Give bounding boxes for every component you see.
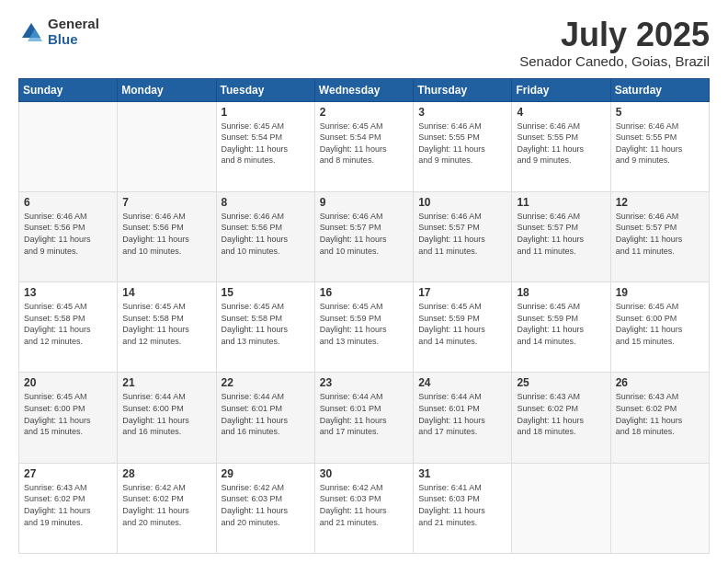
table-row: 25Sunrise: 6:43 AM Sunset: 6:02 PM Dayli… [512,373,610,463]
day-info: Sunrise: 6:46 AM Sunset: 5:55 PM Dayligh… [418,121,506,167]
main-title: July 2025 [519,17,710,53]
table-row: 8Sunrise: 6:46 AM Sunset: 5:56 PM Daylig… [216,191,314,282]
day-info: Sunrise: 6:45 AM Sunset: 5:54 PM Dayligh… [320,121,408,167]
header: General Blue July 2025 Senador Canedo, G… [18,17,710,69]
day-number: 2 [320,106,408,119]
header-wednesday: Wednesday [314,78,413,101]
day-info: Sunrise: 6:45 AM Sunset: 5:58 PM Dayligh… [24,301,112,347]
calendar-table: Sunday Monday Tuesday Wednesday Thursday… [18,78,710,554]
table-row: 27Sunrise: 6:43 AM Sunset: 6:02 PM Dayli… [19,463,118,553]
day-info: Sunrise: 6:44 AM Sunset: 6:01 PM Dayligh… [418,391,506,437]
table-row: 7Sunrise: 6:46 AM Sunset: 5:56 PM Daylig… [118,191,216,282]
table-row: 24Sunrise: 6:44 AM Sunset: 6:01 PM Dayli… [414,373,512,463]
day-number: 19 [616,286,704,299]
day-number: 29 [222,467,310,480]
table-row: 16Sunrise: 6:45 AM Sunset: 5:59 PM Dayli… [314,282,413,373]
day-number: 9 [320,196,408,209]
table-row: 28Sunrise: 6:42 AM Sunset: 6:02 PM Dayli… [118,463,216,553]
table-row: 21Sunrise: 6:44 AM Sunset: 6:00 PM Dayli… [118,373,216,463]
week-row-4: 27Sunrise: 6:43 AM Sunset: 6:02 PM Dayli… [19,463,710,553]
day-info: Sunrise: 6:46 AM Sunset: 5:55 PM Dayligh… [616,121,704,167]
day-number: 3 [418,106,506,119]
day-info: Sunrise: 6:45 AM Sunset: 5:59 PM Dayligh… [320,301,408,347]
table-row: 30Sunrise: 6:42 AM Sunset: 6:03 PM Dayli… [314,463,413,553]
week-row-2: 13Sunrise: 6:45 AM Sunset: 5:58 PM Dayli… [19,282,710,373]
table-row [118,101,216,191]
week-row-0: 1Sunrise: 6:45 AM Sunset: 5:54 PM Daylig… [19,101,710,191]
day-info: Sunrise: 6:45 AM Sunset: 5:58 PM Dayligh… [122,301,210,347]
day-info: Sunrise: 6:43 AM Sunset: 6:02 PM Dayligh… [24,482,112,528]
table-row: 20Sunrise: 6:45 AM Sunset: 6:00 PM Dayli… [19,373,118,463]
title-block: July 2025 Senador Canedo, Goias, Brazil [519,17,710,69]
logo-general: General [48,17,99,32]
table-row: 11Sunrise: 6:46 AM Sunset: 5:57 PM Dayli… [512,191,610,282]
table-row: 2Sunrise: 6:45 AM Sunset: 5:54 PM Daylig… [314,101,413,191]
day-number: 21 [122,376,210,389]
table-row: 14Sunrise: 6:45 AM Sunset: 5:58 PM Dayli… [118,282,216,373]
table-row: 13Sunrise: 6:45 AM Sunset: 5:58 PM Dayli… [19,282,118,373]
subtitle: Senador Canedo, Goias, Brazil [519,53,710,69]
day-info: Sunrise: 6:46 AM Sunset: 5:56 PM Dayligh… [24,211,112,257]
day-info: Sunrise: 6:46 AM Sunset: 5:57 PM Dayligh… [616,211,704,257]
table-row: 23Sunrise: 6:44 AM Sunset: 6:01 PM Dayli… [314,373,413,463]
day-info: Sunrise: 6:42 AM Sunset: 6:03 PM Dayligh… [222,482,310,528]
table-row [19,101,118,191]
day-number: 13 [24,286,112,299]
day-number: 10 [418,196,506,209]
table-row: 1Sunrise: 6:45 AM Sunset: 5:54 PM Daylig… [216,101,314,191]
day-info: Sunrise: 6:46 AM Sunset: 5:55 PM Dayligh… [517,121,605,167]
calendar-header-row: Sunday Monday Tuesday Wednesday Thursday… [19,78,710,101]
day-number: 23 [320,376,408,389]
day-number: 20 [24,376,112,389]
day-info: Sunrise: 6:46 AM Sunset: 5:56 PM Dayligh… [222,211,310,257]
header-friday: Friday [512,78,610,101]
table-row: 3Sunrise: 6:46 AM Sunset: 5:55 PM Daylig… [414,101,512,191]
day-info: Sunrise: 6:44 AM Sunset: 6:01 PM Dayligh… [222,391,310,437]
day-number: 7 [122,196,210,209]
day-info: Sunrise: 6:43 AM Sunset: 6:02 PM Dayligh… [616,391,704,437]
table-row: 5Sunrise: 6:46 AM Sunset: 5:55 PM Daylig… [610,101,709,191]
day-info: Sunrise: 6:45 AM Sunset: 5:58 PM Dayligh… [222,301,310,347]
table-row: 26Sunrise: 6:43 AM Sunset: 6:02 PM Dayli… [610,373,709,463]
day-number: 18 [517,286,605,299]
table-row: 10Sunrise: 6:46 AM Sunset: 5:57 PM Dayli… [414,191,512,282]
day-info: Sunrise: 6:42 AM Sunset: 6:03 PM Dayligh… [320,482,408,528]
day-number: 24 [418,376,506,389]
table-row: 12Sunrise: 6:46 AM Sunset: 5:57 PM Dayli… [610,191,709,282]
logo-icon [18,19,44,45]
day-number: 4 [517,106,605,119]
day-info: Sunrise: 6:42 AM Sunset: 6:02 PM Dayligh… [122,482,210,528]
header-sunday: Sunday [19,78,118,101]
day-info: Sunrise: 6:45 AM Sunset: 5:54 PM Dayligh… [222,121,310,167]
logo-blue: Blue [48,32,99,48]
day-number: 30 [320,467,408,480]
table-row: 6Sunrise: 6:46 AM Sunset: 5:56 PM Daylig… [19,191,118,282]
table-row: 15Sunrise: 6:45 AM Sunset: 5:58 PM Dayli… [216,282,314,373]
logo-text: General Blue [48,17,99,47]
header-saturday: Saturday [610,78,709,101]
day-info: Sunrise: 6:45 AM Sunset: 6:00 PM Dayligh… [616,301,704,347]
table-row: 22Sunrise: 6:44 AM Sunset: 6:01 PM Dayli… [216,373,314,463]
day-number: 11 [517,196,605,209]
week-row-1: 6Sunrise: 6:46 AM Sunset: 5:56 PM Daylig… [19,191,710,282]
page: General Blue July 2025 Senador Canedo, G… [0,0,728,563]
day-number: 17 [418,286,506,299]
day-info: Sunrise: 6:41 AM Sunset: 6:03 PM Dayligh… [418,482,506,528]
day-number: 12 [616,196,704,209]
day-info: Sunrise: 6:45 AM Sunset: 5:59 PM Dayligh… [517,301,605,347]
header-tuesday: Tuesday [216,78,314,101]
day-info: Sunrise: 6:44 AM Sunset: 6:01 PM Dayligh… [320,391,408,437]
day-number: 1 [222,106,310,119]
day-number: 15 [222,286,310,299]
day-number: 27 [24,467,112,480]
day-number: 8 [222,196,310,209]
day-number: 31 [418,467,506,480]
table-row: 17Sunrise: 6:45 AM Sunset: 5:59 PM Dayli… [414,282,512,373]
day-number: 26 [616,376,704,389]
day-number: 22 [222,376,310,389]
table-row: 29Sunrise: 6:42 AM Sunset: 6:03 PM Dayli… [216,463,314,553]
day-info: Sunrise: 6:46 AM Sunset: 5:57 PM Dayligh… [418,211,506,257]
table-row: 19Sunrise: 6:45 AM Sunset: 6:00 PM Dayli… [610,282,709,373]
day-info: Sunrise: 6:46 AM Sunset: 5:57 PM Dayligh… [320,211,408,257]
day-number: 28 [122,467,210,480]
